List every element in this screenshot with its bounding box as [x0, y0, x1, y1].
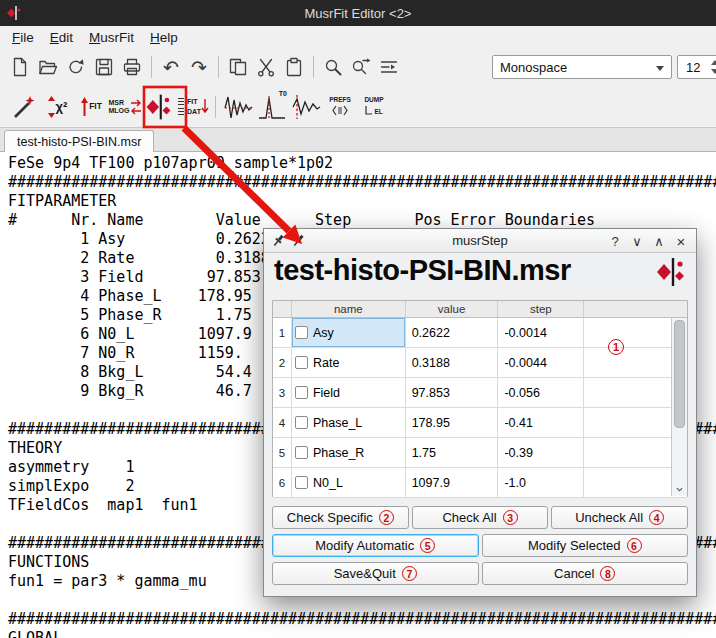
font-size-spinbox[interactable]: 12 — [677, 55, 716, 79]
modify-selected-button[interactable]: Modify Selected6 — [482, 534, 689, 557]
calc-chisq-icon[interactable]: χ² — [40, 89, 74, 125]
close-button[interactable]: × — [672, 232, 690, 250]
name-cell[interactable]: Rate — [292, 348, 406, 377]
shade-button[interactable]: ∨ — [628, 232, 646, 250]
open-folder-icon[interactable] — [34, 53, 62, 81]
name-cell[interactable]: N0_L — [292, 468, 406, 497]
table-row: 1 Asy 0.2622 -0.0014 — [273, 318, 687, 348]
row-number[interactable]: 3 — [273, 378, 292, 407]
header-value[interactable]: value — [406, 301, 499, 317]
cancel-button[interactable]: Cancel8 — [482, 562, 689, 585]
modify-automatic-button[interactable]: Modify Automatic5 — [272, 534, 479, 557]
musrstep-dialog: musrStep ? ∨ ∧ × test-histo-PSI-BIN.msr … — [263, 228, 697, 597]
goto-line-icon[interactable] — [375, 53, 403, 81]
name-cell[interactable]: Phase_R — [292, 438, 406, 467]
value-cell[interactable]: 178.95 — [406, 408, 499, 437]
row-number[interactable]: 5 — [273, 438, 292, 467]
value-cell[interactable]: 1.75 — [406, 438, 499, 467]
paste-icon[interactable] — [280, 53, 308, 81]
menubar: File Edit MusrFit Help — [0, 26, 716, 48]
checkbox[interactable] — [295, 326, 308, 339]
save-quit-button[interactable]: Save&Quit7 — [272, 562, 479, 585]
musrt0-icon[interactable]: T0 — [255, 89, 289, 125]
uncheck-all-button[interactable]: Uncheck All4 — [551, 506, 688, 529]
exit-button-row: Save&Quit7 Cancel8 — [272, 562, 688, 585]
param-name: Rate — [313, 356, 339, 370]
musrfit-run-icon[interactable]: FIT — [74, 89, 108, 125]
step-cell[interactable]: -0.41 — [498, 408, 584, 437]
menu-musrfit[interactable]: MusrFit — [81, 28, 142, 47]
main-toolbar: ↶ ↷ Monospace 12 — [0, 48, 716, 86]
value-cell[interactable]: 97.853 — [406, 378, 499, 407]
print-icon[interactable] — [118, 53, 146, 81]
new-document-icon[interactable] — [6, 53, 34, 81]
modify-button-row: Modify Automatic5 Modify Selected6 — [272, 534, 688, 557]
font-size-value: 12 — [686, 60, 700, 75]
value-cell[interactable]: 0.2622 — [406, 318, 499, 347]
musrft-raw-icon[interactable] — [289, 89, 323, 125]
button-label: Check All — [442, 510, 496, 525]
dialog-titlebar[interactable]: musrStep ? ∨ ∧ × — [264, 229, 696, 253]
name-cell[interactable]: Field — [292, 378, 406, 407]
table-row: 5 Phase_R 1.75 -0.39 — [273, 438, 687, 468]
editor-line: ########################################… — [8, 173, 716, 192]
musr-wizard-icon[interactable] — [6, 89, 40, 125]
scroll-down-icon[interactable] — [676, 486, 683, 493]
scrollbar-handle[interactable] — [674, 320, 685, 428]
row-number[interactable]: 4 — [273, 408, 292, 437]
undo-icon[interactable]: ↶ — [157, 53, 185, 81]
checkbox[interactable] — [295, 356, 308, 369]
check-specific-button[interactable]: Check Specific2 — [272, 506, 409, 529]
musr-prefs-icon[interactable]: PREFS — [323, 89, 357, 125]
separator — [151, 56, 152, 78]
row-number[interactable]: 6 — [273, 468, 292, 497]
header-step[interactable]: step — [498, 301, 584, 317]
separator — [215, 96, 216, 118]
step-cell[interactable]: -1.0 — [498, 468, 584, 497]
tab-msr-file[interactable]: test-histo-PSI-BIN.msr — [4, 130, 154, 152]
name-cell[interactable]: Asy — [292, 318, 406, 347]
reload-icon[interactable] — [62, 53, 90, 81]
check-all-button[interactable]: Check All3 — [412, 506, 549, 529]
redo-icon[interactable]: ↷ — [185, 53, 213, 81]
msr2data-icon[interactable]: FIT DAT — [176, 89, 210, 125]
annotation-4: 4 — [649, 510, 664, 525]
musr-dump-icon[interactable]: DUMP EL — [357, 89, 391, 125]
search-icon[interactable] — [319, 53, 347, 81]
font-family-combo[interactable]: Monospace — [492, 55, 672, 79]
row-number[interactable]: 2 — [273, 348, 292, 377]
msr-mlog-swap-icon[interactable]: MSRMLOG — [108, 89, 142, 125]
help-button[interactable]: ? — [606, 232, 624, 250]
menu-help[interactable]: Help — [142, 28, 186, 47]
checkbox[interactable] — [295, 446, 308, 459]
name-cell[interactable]: Phase_L — [292, 408, 406, 437]
spin-arrows-icon[interactable] — [711, 60, 716, 74]
header-name[interactable]: name — [292, 301, 406, 317]
checkbox[interactable] — [295, 416, 308, 429]
musrstep-logo-icon — [654, 255, 688, 289]
window-titlebar: MusrFit Editor <2> — [0, 0, 716, 26]
row-number[interactable]: 1 — [273, 318, 292, 347]
value-cell[interactable]: 0.3188 — [406, 348, 499, 377]
checkbox[interactable] — [295, 476, 308, 489]
separator — [218, 56, 219, 78]
step-cell[interactable]: -0.39 — [498, 438, 584, 467]
step-cell[interactable]: -0.0014 — [498, 318, 584, 347]
annotation-1: 1 — [608, 339, 624, 355]
step-cell[interactable]: -0.056 — [498, 378, 584, 407]
value-cell[interactable]: 1097.9 — [406, 468, 499, 497]
table-row: 4 Phase_L 178.95 -0.41 — [273, 408, 687, 438]
table-scrollbar[interactable] — [671, 318, 687, 496]
musrview-plot-icon[interactable] — [221, 89, 255, 125]
menu-file[interactable]: File — [4, 28, 42, 47]
menu-edit[interactable]: Edit — [42, 28, 81, 47]
cut-icon[interactable] — [252, 53, 280, 81]
checkbox[interactable] — [295, 386, 308, 399]
copy-icon[interactable] — [224, 53, 252, 81]
find-replace-icon[interactable] — [347, 53, 375, 81]
musr-step-icon[interactable] — [142, 89, 176, 125]
step-cell[interactable]: -0.0044 — [498, 348, 584, 377]
editor-line: FeSe 9p4 TF100 p107apr09_sample*1p02 — [8, 154, 716, 173]
unshade-button[interactable]: ∧ — [650, 232, 668, 250]
save-icon[interactable] — [90, 53, 118, 81]
